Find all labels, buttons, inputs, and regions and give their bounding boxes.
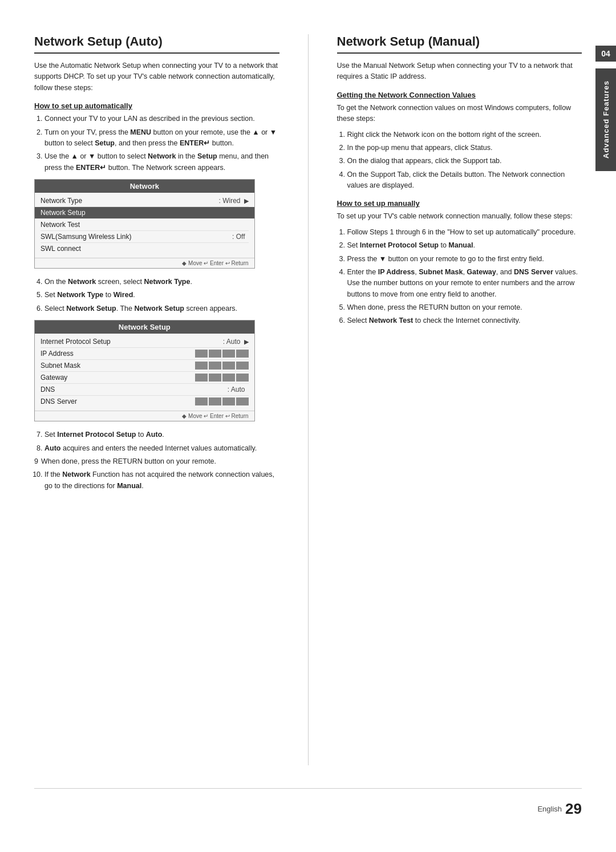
network-setup-menu-body: Internet Protocol Setup : Auto ▶ IP Addr…	[35, 334, 254, 411]
menu-row-gateway: Gateway	[40, 372, 249, 384]
network-menu-box: Network Network Type : Wired ▶ Network S…	[34, 179, 255, 269]
network-menu-footer: ◆ Move ↵ Enter ↩ Return	[35, 258, 254, 268]
left-steps-list-2: On the Network screen, select Network Ty…	[34, 277, 279, 314]
sidebar-chapter-label: Advanced Features	[595, 68, 616, 171]
footer-text: English	[537, 805, 562, 813]
menu-row-dns: DNS : Auto	[40, 384, 249, 396]
network-setup-menu-header: Network Setup	[35, 320, 254, 334]
dns-server-boxes	[195, 397, 249, 405]
list-item: Select Network Setup. The Network Setup …	[44, 303, 279, 314]
network-menu-body: Network Type : Wired ▶ Network Setup Net…	[35, 193, 254, 258]
list-item: Follow Steps 1 through 6 in the "How to …	[347, 227, 582, 238]
list-item: Use the ▲ or ▼ button to select Network …	[44, 151, 279, 173]
list-item: On the dialog that appears, click the Su…	[347, 156, 582, 167]
left-column: Network Setup (Auto) Use the Automatic N…	[34, 34, 279, 765]
left-steps-list-3: Set Internet Protocol Setup to Auto. Aut…	[34, 429, 279, 492]
menu-row-dns-server: DNS Server	[40, 396, 249, 407]
column-divider	[308, 34, 309, 765]
list-item: 9When done, press the RETURN button on y…	[34, 456, 279, 467]
list-item: Connect your TV to your LAN as described…	[44, 113, 279, 124]
list-item: Turn on your TV, press the MENU button o…	[44, 127, 279, 149]
right-subsection1-intro: To get the Network connection values on …	[337, 103, 582, 125]
list-item: Auto acquires and enters the needed Inte…	[44, 443, 279, 454]
list-item: Press the ▼ button on your remote to go …	[347, 254, 582, 265]
footer-page-number: 29	[565, 800, 582, 818]
list-item: Set Network Type to Wired.	[44, 290, 279, 301]
page-footer: English 29	[34, 788, 582, 818]
list-item: Set Internet Protocol Setup to Auto.	[44, 429, 279, 440]
menu-row-network-test: Network Test	[40, 219, 249, 231]
right-section-title: Network Setup (Manual)	[337, 34, 582, 54]
list-item: On the Network screen, select Network Ty…	[44, 277, 279, 287]
right-subsection1-title: Getting the Network Connection Values	[337, 91, 582, 99]
sidebar-chapter-number: 04	[595, 46, 616, 62]
list-item: Enter the IP Address, Subnet Mask, Gatew…	[347, 267, 582, 300]
menu-row-ip-address: IP Address	[40, 348, 249, 360]
left-steps-list: Connect your TV to your LAN as described…	[34, 113, 279, 173]
right-column: Network Setup (Manual) Use the Manual Ne…	[337, 34, 582, 765]
page-container: 04 Advanced Features Network Setup (Auto…	[0, 0, 616, 852]
left-subsection-title: How to set up automatically	[34, 102, 279, 110]
content-area: Network Setup (Auto) Use the Automatic N…	[34, 34, 582, 765]
list-item: When done, press the RETURN button on yo…	[347, 302, 582, 313]
network-setup-menu-footer: ◆ Move ↵ Enter ↩ Return	[35, 411, 254, 421]
subnet-mask-boxes	[195, 362, 249, 370]
network-menu-header: Network	[35, 180, 254, 193]
right-steps-list-1: Right click the Network icon on the bott…	[337, 129, 582, 192]
right-subsection2-intro: To set up your TV's cable network connec…	[337, 211, 582, 222]
list-item: On the Support Tab, click the Details bu…	[347, 169, 582, 192]
left-intro: Use the Automatic Network Setup when con…	[34, 60, 279, 94]
list-item: Set Internet Protocol Setup to Manual.	[347, 240, 582, 251]
list-item: In the pop-up menu that appears, click S…	[347, 143, 582, 153]
menu-row-swl-connect: SWL connect	[40, 243, 249, 254]
list-item: If the Network Function has not acquired…	[44, 469, 279, 492]
left-section-title: Network Setup (Auto)	[34, 34, 279, 54]
menu-row-ip-setup: Internet Protocol Setup : Auto ▶	[40, 336, 249, 348]
right-subsection2-title: How to set up manually	[337, 199, 582, 208]
right-steps-list-2: Follow Steps 1 through 6 in the "How to …	[337, 227, 582, 327]
menu-row-subnet-mask: Subnet Mask	[40, 360, 249, 372]
network-setup-menu-box: Network Setup Internet Protocol Setup : …	[34, 320, 255, 421]
gateway-boxes	[195, 374, 249, 382]
list-item: Select Network Test to check the Interne…	[347, 315, 582, 326]
right-intro: Use the Manual Network Setup when connec…	[337, 60, 582, 83]
menu-row-network-setup: Network Setup	[35, 207, 254, 219]
ip-address-boxes	[195, 350, 249, 358]
menu-row-network-type: Network Type : Wired ▶	[40, 195, 249, 207]
menu-row-swl: SWL(Samsung Wireless Link) : Off	[40, 231, 249, 243]
list-item: Right click the Network icon on the bott…	[347, 129, 582, 140]
